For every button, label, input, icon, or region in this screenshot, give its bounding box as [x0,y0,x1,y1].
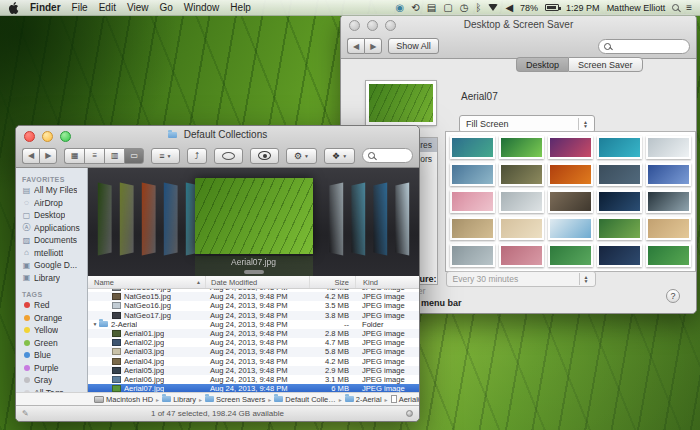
path-item-2-aerial[interactable]: 2-Aerial [345,395,382,404]
table-row[interactable]: NatGeo15.jpgAug 24, 2013, 9:48 PM4.2 MBJ… [88,292,419,301]
battery-icon[interactable] [545,4,559,11]
menu-file[interactable]: File [72,2,88,13]
wallpaper-thumbnail[interactable] [548,163,593,186]
sidebar-item-documents[interactable]: ▨Documents [16,234,87,247]
menu-view[interactable]: View [127,2,149,13]
coverflow-resize-handle[interactable] [244,270,264,274]
finder-search-field[interactable] [362,148,413,163]
path-item-macintosh-hd[interactable]: Macintosh HD [94,395,153,404]
share-button[interactable]: ⤴ [187,148,208,164]
back-button[interactable]: ◀ [22,148,39,164]
coverflow-view-button[interactable]: ▭ [124,148,144,164]
wallpaper-thumbnail[interactable] [548,136,593,159]
tags-button[interactable]: ❖▼ [324,148,355,164]
wallpaper-thumbnail[interactable] [646,163,691,186]
wallpaper-thumbnail[interactable] [499,244,544,267]
coverflow-cover[interactable] [98,182,112,255]
back-button[interactable]: ◀ [347,38,364,54]
user-menu[interactable]: Matthew Elliott [607,3,666,13]
coverflow-current-cover[interactable] [195,178,313,254]
sidebar-item-library[interactable]: ▣Library [16,272,87,285]
wallpaper-thumbnail[interactable] [548,190,593,213]
column-header-name[interactable]: Name▲ [88,278,205,287]
table-row[interactable]: Aerial04.jpgAug 24, 2013, 9:48 PM4.2 MBJ… [88,357,419,366]
path-item-default-colle[interactable]: Default Colle… [274,395,335,404]
interval-select[interactable]: Every 30 minutes ▲▼ [446,271,596,287]
wallpaper-thumbnail[interactable] [646,190,691,213]
wallpaper-thumbnail[interactable] [450,136,495,159]
coverflow-cover[interactable] [395,182,409,255]
menu-edit[interactable]: Edit [99,2,116,13]
icon-view-button[interactable]: ▦ [64,148,84,164]
wallpaper-thumbnail[interactable] [646,244,691,267]
wallpaper-thumbnail[interactable] [597,163,642,186]
sidebar-tag-blue[interactable]: Blue [16,349,87,362]
path-item-screen-savers[interactable]: Screen Savers [205,395,265,404]
sidebar-item-desktop[interactable]: ▢Desktop [16,209,87,222]
menu-help[interactable]: Help [230,2,251,13]
wallpaper-thumbnail[interactable] [499,163,544,186]
coverflow-view[interactable]: Aerial07.jpg [88,168,419,276]
menu-window[interactable]: Window [184,2,220,13]
list-view-button[interactable]: ≡ [84,148,104,164]
quick-look-button[interactable] [250,148,279,164]
menu-finder[interactable]: Finder [30,2,61,13]
clock-time[interactable]: 1:29 PM [566,3,600,13]
menu-go[interactable]: Go [159,2,172,13]
path-item-aerial07-jpg[interactable]: Aerial07.jpg [391,395,419,404]
tab-desktop[interactable]: Desktop [516,57,568,72]
forward-button[interactable]: ▶ [364,38,382,54]
time-machine-icon[interactable]: ⟲ [411,3,419,13]
column-view-button[interactable]: ▥ [104,148,124,164]
sidebar-tag-green[interactable]: Green [16,337,87,350]
column-header-date[interactable]: Date Modified [205,276,309,288]
wallpaper-thumbnail[interactable] [499,217,544,240]
column-header-size[interactable]: Size [309,276,355,288]
column-header-kind[interactable]: Kind [355,276,419,288]
wallpaper-thumbnail[interactable] [450,217,495,240]
show-all-button[interactable]: Show All [388,38,439,54]
prefs-titlebar[interactable]: Desktop & Screen Saver ◀ ▶ Show All [341,15,696,59]
wifi-icon[interactable] [488,4,498,11]
coverflow-cover[interactable] [142,182,156,255]
table-row[interactable]: NatGeo16.jpgAug 24, 2013, 9:48 PM3.5 MBJ… [88,301,419,310]
coverflow-cover[interactable] [164,182,178,255]
wallpaper-thumbnail[interactable] [499,136,544,159]
table-row[interactable]: Aerial05.jpgAug 24, 2013, 9:48 PM2.9 MBJ… [88,366,419,375]
apple-menu-icon[interactable] [8,2,19,14]
table-row[interactable]: Aerial06.jpgAug 24, 2013, 9:48 PM3.1 MBJ… [88,375,419,384]
wallpaper-thumbnail[interactable] [597,217,642,240]
keyboard-icon[interactable]: ▤ [427,3,436,13]
wallpaper-thumbnail[interactable] [548,244,593,267]
label-button[interactable] [214,148,243,164]
coverflow-cover[interactable] [120,182,134,255]
sidebar-tag-gray[interactable]: Gray [16,374,87,387]
table-row[interactable]: Aerial01.jpgAug 24, 2013, 9:48 PM2.8 MBJ… [88,329,419,338]
coverflow-cover[interactable] [351,182,365,255]
resize-knob-icon[interactable] [406,410,413,417]
sidebar-tag-red[interactable]: Red [16,299,87,312]
wallpaper-thumbnail[interactable] [646,217,691,240]
table-row[interactable]: Aerial07.jpgAug 24, 2013, 9:48 PM6 MBJPE… [88,384,419,392]
sidebar-item-all-my-files[interactable]: ▤All My Files [16,184,87,197]
wallpaper-thumbnail[interactable] [450,244,495,267]
sidebar-tag-yellow[interactable]: Yellow [16,324,87,337]
prefs-search-field[interactable] [598,39,690,54]
globe-icon[interactable]: ◉ [396,3,405,13]
sidebar-item-airdrop[interactable]: ◌AirDrop [16,197,87,210]
table-row[interactable]: NatGeo17.jpgAug 24, 2013, 9:48 PM3.8 MBJ… [88,311,419,320]
sidebar-tag-purple[interactable]: Purple [16,362,87,375]
help-button[interactable]: ? [666,289,680,303]
display-icon[interactable]: ▢ [443,3,452,13]
notification-center-icon[interactable]: ≡ [686,3,692,13]
wallpaper-thumbnail[interactable] [597,244,642,267]
action-button[interactable]: ⚙▼ [286,148,317,164]
sidebar-item-google-d[interactable]: ▣Google D... [16,259,87,272]
wallpaper-thumbnail[interactable] [450,190,495,213]
sidebar-item-mtelliott[interactable]: ⌂mtelliott [16,247,87,260]
coverflow-cover[interactable] [329,182,343,255]
finder-titlebar[interactable]: Default Collections ◀ ▶ ▦≡▥▭ ≡▼ ⤴ ⚙▼ ❖▼ [16,126,419,168]
wallpaper-thumbnail[interactable] [597,136,642,159]
wallpaper-thumbnail[interactable] [499,190,544,213]
wallpaper-thumbnail[interactable] [646,136,691,159]
